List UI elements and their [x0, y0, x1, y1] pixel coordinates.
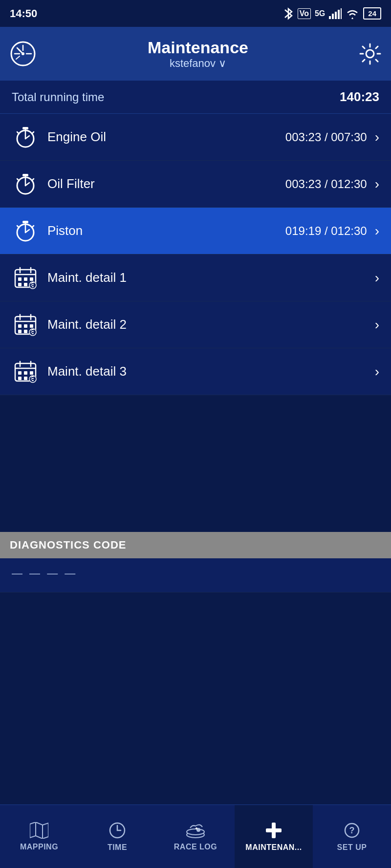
svg-rect-64: [30, 371, 33, 375]
maint-item-maint-detail-2[interactable]: Maint. detail 2 ›: [0, 301, 391, 348]
diagnostics-header: DIAGNOSTICS CODE: [0, 532, 391, 558]
item-icon-maint-detail-3: [12, 358, 39, 385]
item-icon-maint-detail-1: [12, 264, 39, 291]
item-label-engine-oil: Engine Oil: [47, 129, 106, 145]
item-icon-maint-detail-2: [12, 311, 39, 338]
svg-rect-3: [338, 10, 340, 19]
wifi-icon: [346, 8, 359, 19]
settings-icon[interactable]: [359, 43, 381, 65]
item-label-maint-detail-1: Maint. detail 1: [47, 270, 127, 285]
item-label-oil-filter: Oil Filter: [47, 176, 95, 191]
chevron-icon-maint-detail-3: ›: [375, 364, 379, 380]
dropdown-chevron: ∨: [218, 57, 226, 70]
svg-rect-54: [32, 331, 34, 332]
svg-rect-46: [18, 324, 22, 328]
diagnostics-content: — — — —: [0, 558, 391, 593]
mapping-icon: [30, 822, 48, 839]
svg-line-18: [17, 179, 19, 181]
item-icon-engine-oil: [12, 124, 39, 150]
svg-line-24: [17, 226, 19, 228]
svg-rect-31: [24, 277, 27, 281]
dashboard-icon: [10, 41, 37, 67]
maint-item-maint-detail-3[interactable]: Maint. detail 3 ›: [0, 348, 391, 395]
nav-item-setup[interactable]: ? SET UP: [313, 805, 391, 868]
calendar-icon: [13, 313, 38, 337]
svg-line-12: [17, 132, 19, 134]
nav-label-maintenance: MAINTENAN...: [245, 843, 302, 852]
nav-item-maintenance[interactable]: MAINTENAN...: [235, 805, 313, 868]
status-bar: 14:50 Vo 5G 24: [0, 0, 391, 27]
nav-item-race-log[interactable]: RACE LOG: [156, 805, 235, 868]
svg-rect-30: [18, 277, 22, 281]
diagnostics-value: — — — —: [12, 567, 77, 579]
maint-item-engine-oil[interactable]: Engine Oil 003:23 / 007:30 ›: [0, 114, 391, 161]
svg-rect-1: [332, 14, 334, 19]
svg-point-7: [366, 50, 374, 58]
nav-label-race-log: RACE LOG: [174, 843, 217, 851]
5g-icon: 5G: [315, 9, 325, 18]
username-label: kstefanov: [170, 57, 216, 70]
volte-icon: Vo: [298, 8, 311, 19]
maint-item-piston[interactable]: Piston 019:19 / 012:30 ›: [0, 208, 391, 254]
svg-rect-47: [24, 324, 27, 328]
app-header: Maintenance kstefanov ∨: [0, 27, 391, 81]
item-content-maint-detail-2: Maint. detail 2 ›: [47, 317, 379, 333]
empty-content-area: [0, 395, 391, 532]
svg-rect-34: [24, 283, 27, 286]
stopwatch-icon: [13, 125, 38, 149]
svg-rect-49: [18, 330, 22, 333]
nav-item-time[interactable]: TIME: [78, 805, 156, 868]
status-time: 14:50: [10, 7, 37, 20]
svg-rect-0: [329, 16, 331, 19]
nav-item-mapping[interactable]: MAPPING: [0, 805, 78, 868]
maint-item-maint-detail-1[interactable]: Maint. detail 1 ›: [0, 254, 391, 301]
item-icon-piston: [12, 217, 39, 244]
chevron-icon-maint-detail-1: ›: [375, 270, 379, 286]
chevron-icon-oil-filter: ›: [375, 176, 379, 192]
svg-rect-53: [32, 329, 34, 330]
user-subtitle[interactable]: kstefanov ∨: [37, 57, 359, 70]
race-log-icon: [185, 822, 206, 839]
stopwatch-icon: [13, 219, 38, 243]
svg-rect-62: [18, 371, 22, 375]
svg-rect-71: [32, 380, 34, 381]
svg-line-25: [32, 226, 34, 228]
svg-rect-66: [24, 377, 27, 380]
svg-rect-63: [24, 371, 27, 375]
svg-rect-39: [32, 286, 34, 287]
svg-rect-65: [18, 377, 22, 380]
calendar-icon: [13, 360, 38, 384]
stopwatch-icon: [13, 172, 38, 196]
bluetooth-icon: [283, 7, 294, 21]
total-running-time: Total running time 140:23: [0, 81, 391, 114]
bottom-navigation: MAPPING TIME RACE LOG MAINTENAN... ?: [0, 804, 391, 868]
svg-text:?: ?: [349, 826, 355, 835]
svg-line-13: [32, 132, 34, 134]
item-label-maint-detail-2: Maint. detail 2: [47, 317, 127, 332]
svg-rect-32: [30, 277, 33, 281]
svg-rect-15: [22, 174, 28, 176]
item-value-piston: 019:19 / 012:30: [285, 224, 367, 238]
item-content-piston: Piston 019:19 / 012:30 ›: [47, 223, 379, 239]
time-icon: [109, 822, 126, 839]
battery-icon: 24: [363, 7, 381, 20]
main-content: Total running time 140:23 Engine Oil 003…: [0, 81, 391, 804]
svg-rect-38: [32, 284, 34, 285]
total-running-label: Total running time: [12, 90, 104, 104]
header-title: Maintenance kstefanov ∨: [37, 38, 359, 70]
item-content-oil-filter: Oil Filter 003:23 / 012:30 ›: [47, 176, 379, 192]
item-value-engine-oil: 003:23 / 007:30: [285, 130, 367, 144]
svg-rect-48: [30, 324, 33, 328]
chevron-icon-piston: ›: [375, 223, 379, 239]
svg-rect-50: [24, 330, 27, 333]
item-content-engine-oil: Engine Oil 003:23 / 007:30 ›: [47, 129, 379, 145]
nav-label-setup: SET UP: [337, 843, 367, 852]
calendar-icon: [13, 266, 38, 290]
nav-label-time: TIME: [108, 843, 127, 852]
chevron-icon-maint-detail-2: ›: [375, 317, 379, 333]
maintenance-list: Engine Oil 003:23 / 007:30 › Oil Filter …: [0, 114, 391, 395]
maint-item-oil-filter[interactable]: Oil Filter 003:23 / 012:30 ›: [0, 161, 391, 208]
item-icon-oil-filter: [12, 170, 39, 197]
nav-label-mapping: MAPPING: [20, 843, 58, 851]
signal-icon: [329, 8, 342, 19]
